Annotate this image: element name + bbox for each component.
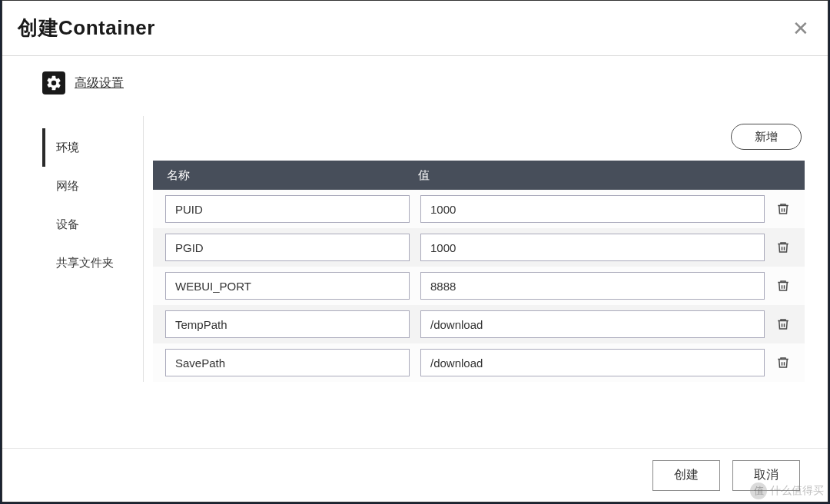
dialog-footer: 创建 取消 [2, 448, 828, 502]
trash-icon[interactable] [765, 240, 802, 255]
table-body [153, 190, 805, 382]
sidebar: 环境网络设备共享文件夹 [42, 116, 144, 382]
sidebar-item-2[interactable]: 设备 [42, 205, 143, 244]
cancel-button[interactable]: 取消 [732, 460, 800, 491]
env-name-input[interactable] [165, 349, 410, 376]
sidebar-item-0[interactable]: 环境 [42, 128, 143, 167]
env-name-input[interactable] [165, 195, 410, 223]
close-icon[interactable]: ✕ [792, 18, 809, 38]
toolbar: 新增 [153, 116, 805, 161]
env-value-input[interactable] [420, 272, 765, 300]
table-row [153, 305, 805, 343]
header-name: 名称 [153, 168, 410, 183]
env-name-input[interactable] [165, 234, 410, 261]
trash-icon[interactable] [765, 355, 802, 370]
add-button[interactable]: 新增 [731, 124, 802, 150]
gear-icon [42, 71, 65, 94]
table-row [153, 267, 805, 305]
content-split: 环境网络设备共享文件夹 新增 名称 值 [42, 116, 805, 382]
trash-icon[interactable] [765, 278, 802, 293]
trash-icon[interactable] [765, 317, 802, 332]
env-value-input[interactable] [420, 310, 765, 338]
dialog-window: 创建Container ✕ 高级设置 环境网络设备共享文件夹 新增 名称 值 [2, 0, 828, 502]
sidebar-item-3[interactable]: 共享文件夹 [42, 244, 143, 282]
table-header: 名称 值 [153, 161, 805, 190]
dialog-title: 创建Container [18, 15, 155, 41]
advanced-settings-row: 高级设置 [42, 71, 805, 94]
header-value: 值 [410, 168, 762, 183]
dialog-body: 高级设置 环境网络设备共享文件夹 新增 名称 值 [2, 56, 828, 448]
table-row [153, 228, 805, 267]
env-value-input[interactable] [420, 234, 765, 261]
env-name-input[interactable] [165, 272, 410, 300]
sidebar-item-1[interactable]: 网络 [42, 167, 143, 205]
create-button[interactable]: 创建 [652, 460, 720, 491]
table-row [153, 343, 805, 382]
env-value-input[interactable] [420, 349, 765, 376]
main-panel: 新增 名称 值 [144, 116, 805, 382]
table-row [153, 190, 805, 228]
env-value-input[interactable] [420, 195, 765, 223]
advanced-settings-link[interactable]: 高级设置 [75, 75, 124, 91]
titlebar: 创建Container ✕ [2, 1, 828, 56]
env-name-input[interactable] [165, 310, 410, 338]
trash-icon[interactable] [765, 201, 802, 217]
